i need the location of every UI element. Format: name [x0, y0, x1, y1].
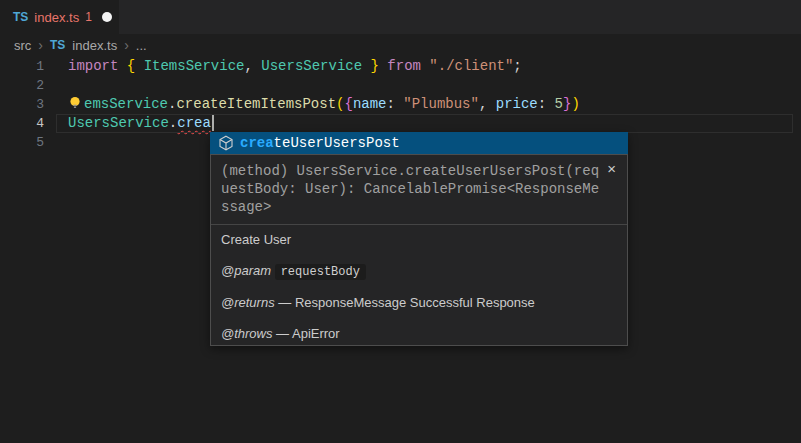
code-token: ,	[244, 58, 261, 74]
line-number: 2	[0, 76, 44, 95]
breadcrumb-symbol[interactable]: ...	[136, 38, 147, 53]
tab-index-ts[interactable]: TS index.ts 1	[0, 0, 119, 34]
code-line[interactable]: 2	[0, 76, 801, 95]
code-token: "./client"	[429, 58, 513, 74]
code-token: )	[571, 96, 579, 112]
code-token: from	[387, 58, 421, 74]
suggest-item-createUserUsersPost[interactable]: createUserUsersPost	[210, 132, 628, 154]
tab-error-count: 1	[85, 10, 92, 24]
line-number: 1	[0, 57, 44, 76]
line-number: 5	[0, 133, 44, 152]
param-tag: @param	[221, 263, 271, 278]
code-token: crea	[177, 115, 211, 131]
doc-param-line: @param requestBody	[221, 262, 617, 281]
chevron-right-icon: ›	[124, 38, 129, 52]
code-token: .	[169, 115, 177, 131]
code-token: createItemItemsPost	[176, 96, 336, 112]
code-token: {	[344, 96, 352, 112]
typescript-file-icon: TS	[50, 38, 65, 52]
tab-filename: index.ts	[34, 10, 79, 25]
doc-returns-line: @returns — ResponseMessage Successful Re…	[221, 294, 617, 312]
code-token: import	[68, 58, 118, 74]
code-text: UsersService.crea	[68, 114, 214, 133]
doc-throws-line: @throws — ApiError	[221, 325, 617, 343]
code-token: :	[538, 96, 555, 112]
line-number: 4	[0, 114, 44, 133]
code-token: 5	[555, 96, 563, 112]
tab-bar: TS index.ts 1	[0, 0, 801, 34]
code-token	[118, 58, 126, 74]
code-token: ;	[513, 58, 521, 74]
suggest-match-text: crea	[240, 135, 274, 151]
breadcrumb-folder[interactable]: src	[14, 38, 31, 53]
suggest-rest-text: teUserUsersPost	[274, 135, 400, 151]
chevron-right-icon: ›	[38, 38, 43, 52]
code-text: import { ItemsService, UsersService } fr…	[68, 57, 522, 76]
line-number: 3	[0, 95, 44, 114]
code-token: emsService	[84, 96, 168, 112]
code-token: "Plumbus"	[403, 96, 479, 112]
breadcrumb: src › TS index.ts › ...	[14, 34, 147, 56]
throws-tag: @throws	[221, 326, 273, 341]
text-cursor	[212, 114, 214, 131]
code-token: name	[353, 96, 387, 112]
doc-summary: Create User	[221, 231, 617, 249]
docs-body: Create User @param requestBody @returns …	[211, 225, 627, 343]
code-line[interactable]: 4UsersService.crea	[0, 114, 801, 133]
unsaved-dot-icon[interactable]	[102, 12, 112, 22]
intellisense-suggest-widget: createUserUsersPost × (method) UsersServ…	[210, 132, 628, 346]
suggest-docs-panel: × (method) UsersService.createUserUsersP…	[210, 154, 628, 346]
code-token: ,	[479, 96, 496, 112]
returns-tag: @returns	[221, 295, 275, 310]
returns-text: — ResponseMessage Successful Response	[275, 295, 535, 310]
code-text: emsService.createItemItemsPost({name: "P…	[68, 95, 580, 114]
close-icon[interactable]: ×	[605, 159, 618, 178]
method-signature: (method) UsersService.createUserUsersPos…	[211, 155, 627, 224]
code-line[interactable]: 1import { ItemsService, UsersService } f…	[0, 57, 801, 76]
suggest-item-label: createUserUsersPost	[240, 135, 400, 151]
vscode-window: TS index.ts 1 src › TS index.ts › ... 1i…	[0, 0, 801, 443]
code-token: }	[362, 58, 379, 74]
code-line[interactable]: 3emsService.createItemItemsPost({name: "…	[0, 95, 801, 114]
code-token: UsersService	[68, 115, 169, 131]
code-token: {	[127, 58, 144, 74]
breadcrumb-file[interactable]: index.ts	[72, 38, 117, 53]
typescript-file-icon: TS	[13, 10, 28, 24]
code-token: UsersService	[261, 58, 362, 74]
code-token: :	[386, 96, 403, 112]
code-token: price	[496, 96, 538, 112]
symbol-method-icon	[218, 135, 234, 151]
throws-text: — ApiError	[273, 326, 340, 341]
code-token: ItemsService	[144, 58, 245, 74]
lightbulb-icon[interactable]	[68, 96, 82, 110]
param-code-chip: requestBody	[275, 264, 366, 280]
